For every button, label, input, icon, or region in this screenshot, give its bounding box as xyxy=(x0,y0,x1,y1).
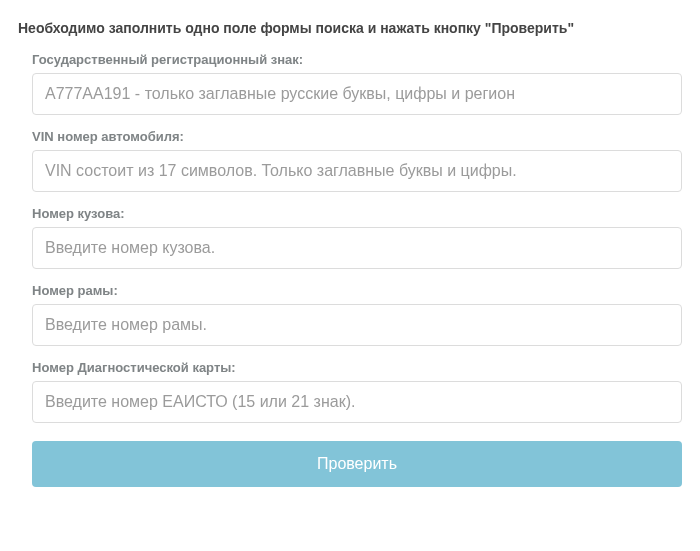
field-group-diagnostic: Номер Диагностической карты: xyxy=(32,360,682,423)
search-form: Государственный регистрационный знак: VI… xyxy=(18,52,682,487)
body-number-label: Номер кузова: xyxy=(32,206,682,221)
form-instruction: Необходимо заполнить одно поле формы пои… xyxy=(18,20,682,36)
field-group-vin: VIN номер автомобиля: xyxy=(32,129,682,192)
check-button[interactable]: Проверить xyxy=(32,441,682,487)
registration-label: Государственный регистрационный знак: xyxy=(32,52,682,67)
diagnostic-card-input[interactable] xyxy=(32,381,682,423)
field-group-body: Номер кузова: xyxy=(32,206,682,269)
body-number-input[interactable] xyxy=(32,227,682,269)
diagnostic-card-label: Номер Диагностической карты: xyxy=(32,360,682,375)
vin-input[interactable] xyxy=(32,150,682,192)
vin-label: VIN номер автомобиля: xyxy=(32,129,682,144)
field-group-frame: Номер рамы: xyxy=(32,283,682,346)
frame-number-label: Номер рамы: xyxy=(32,283,682,298)
frame-number-input[interactable] xyxy=(32,304,682,346)
field-group-registration: Государственный регистрационный знак: xyxy=(32,52,682,115)
registration-input[interactable] xyxy=(32,73,682,115)
